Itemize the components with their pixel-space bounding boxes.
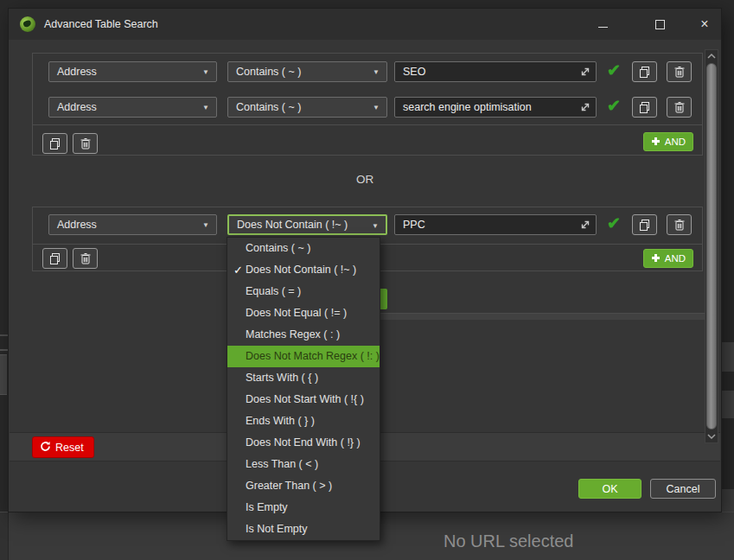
chevron-down-icon: ▼ (202, 222, 209, 229)
delete-group-button[interactable] (73, 248, 98, 269)
search-value-input[interactable] (394, 61, 597, 82)
advanced-table-search-dialog: Advanced Table Search × Address ▼ Contai… (9, 9, 721, 512)
menu-item[interactable]: Less Than ( < ) (227, 454, 380, 475)
field-dropdown[interactable]: Address ▼ (48, 214, 217, 235)
menu-item[interactable]: Does Not End With ( !} ) (227, 432, 380, 454)
panel-edge (376, 313, 705, 320)
chevron-down-icon: ▼ (373, 105, 380, 111)
background-panel-fragment (0, 349, 9, 351)
menu-item[interactable]: Contains ( ~ ) (227, 238, 380, 259)
search-value-wrap (394, 61, 597, 82)
maximize-icon (655, 20, 665, 29)
operator-dropdown-open[interactable]: Does Not Contain ( !~ ) ▼ (227, 214, 387, 235)
condition-group: Address ▼ Contains ( ~ ) ▼ ✔ (32, 53, 703, 156)
duplicate-group-button[interactable] (42, 248, 67, 269)
menu-item[interactable]: Equals ( = ) (227, 281, 380, 302)
close-icon: × (700, 16, 708, 32)
delete-row-button[interactable] (667, 97, 692, 118)
condition-row: Address ▼ Does Not Contain ( !~ ) ▼ ✔ (33, 214, 702, 235)
background-panel-fragment (0, 334, 9, 336)
plus-icon (651, 137, 661, 148)
scrollbar-thumb[interactable] (706, 63, 717, 430)
menu-item[interactable]: Does Not Equal ( != ) (227, 302, 380, 324)
search-value-input[interactable] (394, 97, 597, 118)
plus-icon (651, 253, 661, 264)
chevron-down-icon: ▼ (373, 69, 380, 76)
chevron-down-icon: ▼ (372, 223, 379, 230)
divider (33, 124, 702, 125)
scroll-down-arrow[interactable] (705, 430, 718, 442)
condition-row: Address ▼ Contains ( ~ ) ▼ ✔ (33, 97, 702, 118)
expand-icon[interactable] (579, 219, 591, 231)
menu-item-highlighted[interactable]: Does Not Match Regex ( !: ) (227, 346, 380, 367)
duplicate-row-button[interactable] (632, 97, 657, 118)
background-panel-fragment (721, 489, 734, 512)
menu-item[interactable]: Does Not Start With ( !{ ) (227, 389, 380, 410)
close-button[interactable]: × (692, 13, 718, 35)
status-text: No URL selected (444, 531, 573, 551)
field-dropdown[interactable]: Address ▼ (48, 61, 217, 82)
duplicate-row-button[interactable] (632, 214, 657, 235)
expand-icon[interactable] (579, 101, 591, 113)
cancel-button[interactable]: Cancel (650, 479, 716, 499)
ok-button[interactable]: OK (578, 479, 641, 499)
reset-label: Reset (55, 442, 84, 454)
chevron-down-icon: ▼ (202, 105, 209, 111)
condition-row: Address ▼ Contains ( ~ ) ▼ ✔ (33, 61, 702, 82)
field-dropdown[interactable]: Address ▼ (48, 97, 217, 118)
operator-menu: Contains ( ~ ) ✓Does Not Contain ( !~ ) … (227, 237, 380, 541)
add-and-label: AND (665, 253, 686, 264)
background-panel-fragment (721, 391, 734, 418)
operator-dropdown-value: Contains ( ~ ) (228, 101, 386, 113)
search-value-wrap (394, 97, 597, 118)
menu-item[interactable]: Starts With ( { ) (227, 367, 380, 389)
menu-item[interactable]: Is Not Empty (227, 519, 380, 540)
delete-group-button[interactable] (73, 133, 98, 154)
dialog-titlebar[interactable]: Advanced Table Search × (9, 9, 721, 40)
or-separator: OR (9, 173, 721, 186)
check-icon: ✓ (233, 259, 243, 281)
duplicate-group-button[interactable] (42, 133, 67, 154)
minimize-button[interactable] (590, 13, 616, 35)
field-dropdown-value: Address (49, 66, 216, 78)
menu-item[interactable]: Ends With ( } ) (227, 410, 380, 432)
operator-dropdown[interactable]: Contains ( ~ ) ▼ (227, 61, 387, 82)
valid-check-icon: ✔ (607, 96, 621, 116)
menu-item[interactable]: Is Empty (227, 497, 380, 519)
menu-item-selected[interactable]: ✓Does Not Contain ( !~ ) (227, 259, 380, 281)
background-panel-fragment (0, 354, 7, 395)
reset-button[interactable]: Reset (32, 436, 94, 458)
operator-dropdown[interactable]: Contains ( ~ ) ▼ (227, 97, 387, 118)
valid-check-icon: ✔ (607, 60, 621, 80)
app-logo-icon (20, 16, 35, 32)
vertical-scrollbar[interactable] (705, 49, 718, 443)
delete-row-button[interactable] (667, 214, 692, 235)
duplicate-row-button[interactable] (632, 61, 657, 82)
background-panel-fragment (0, 512, 9, 560)
dialog-title: Advanced Table Search (44, 18, 158, 30)
menu-item[interactable]: Matches Regex ( : ) (227, 324, 380, 346)
group-toolbar (33, 133, 702, 154)
refresh-icon (40, 441, 51, 455)
search-value-wrap (394, 214, 597, 235)
scroll-up-arrow[interactable] (705, 50, 718, 62)
menu-item[interactable]: Greater Than ( > ) (227, 475, 380, 497)
background-panel-fragment (721, 342, 734, 372)
operator-dropdown-value: Does Not Contain ( !~ ) (229, 219, 386, 231)
expand-icon[interactable] (579, 66, 591, 78)
delete-row-button[interactable] (667, 61, 692, 82)
field-dropdown-value: Address (49, 219, 216, 231)
add-and-button[interactable]: AND (643, 132, 693, 151)
add-and-button[interactable]: AND (643, 249, 693, 268)
add-and-label: AND (665, 137, 686, 147)
valid-check-icon: ✔ (607, 213, 621, 233)
chevron-down-icon: ▼ (202, 69, 209, 76)
operator-dropdown-value: Contains ( ~ ) (228, 66, 386, 78)
field-dropdown-value: Address (49, 101, 216, 113)
minimize-icon (598, 27, 608, 28)
search-value-input[interactable] (394, 214, 597, 235)
maximize-button[interactable] (647, 13, 673, 35)
